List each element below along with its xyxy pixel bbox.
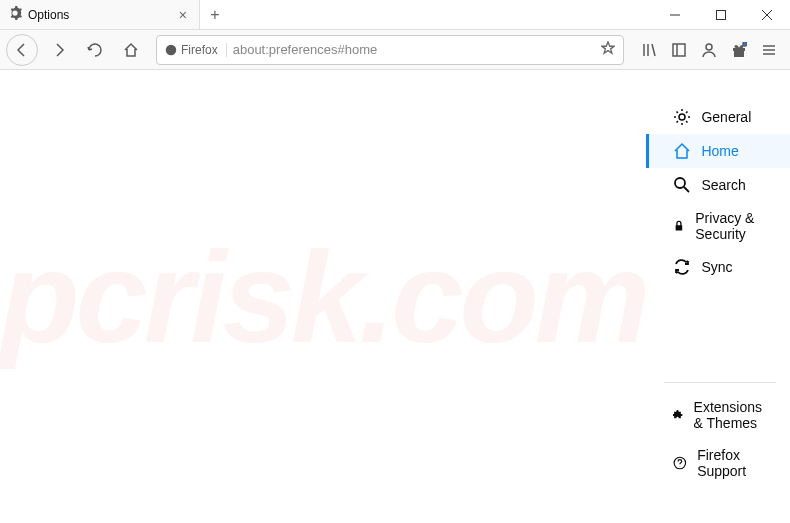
sync-icon [673, 258, 691, 276]
sidebar-item-label: General [701, 109, 751, 125]
svg-point-13 [675, 178, 685, 188]
firefox-icon [165, 44, 177, 56]
sidebar-item-label: Home [701, 143, 738, 159]
sidebar-item-sync[interactable]: Sync [646, 250, 790, 284]
sidebar-item-general[interactable]: General [646, 100, 790, 134]
menu-button[interactable] [754, 35, 784, 65]
minimize-button[interactable] [652, 0, 698, 29]
sidebar-button[interactable] [664, 35, 694, 65]
whats-new-button[interactable] [724, 35, 754, 65]
svg-point-7 [706, 44, 712, 50]
help-icon [673, 454, 687, 472]
url-text: about:preferences#home [233, 42, 378, 57]
identity-box[interactable]: Firefox [165, 43, 227, 57]
home-icon [673, 142, 691, 160]
svg-rect-1 [717, 10, 726, 19]
watermark: pcrisk.com [0, 70, 646, 523]
sidebar-item-label: Privacy & Security [695, 210, 770, 242]
sidebar-item-privacy[interactable]: Privacy & Security [646, 202, 790, 250]
svg-point-4 [166, 44, 177, 55]
close-window-button[interactable] [744, 0, 790, 29]
tab-title: Options [28, 8, 69, 22]
forward-button[interactable] [44, 35, 74, 65]
sidebar-item-home[interactable]: Home [646, 134, 790, 168]
sidebar-item-extensions[interactable]: Extensions & Themes [646, 391, 790, 439]
sidebar-item-label: Firefox Support [697, 447, 770, 479]
preferences-sidebar: General Home Search Privacy & Security S… [646, 70, 790, 523]
new-tab-button[interactable]: + [200, 0, 230, 29]
sidebar-item-label: Sync [701, 259, 732, 275]
search-icon [673, 176, 691, 194]
sidebar-item-search[interactable]: Search [646, 168, 790, 202]
window-controls [652, 0, 790, 29]
identity-label: Firefox [181, 43, 218, 57]
nav-toolbar: Firefox about:preferences#home [0, 30, 790, 70]
back-button[interactable] [6, 34, 38, 66]
svg-point-12 [679, 114, 685, 120]
sidebar-item-label: Extensions & Themes [694, 399, 770, 431]
lock-icon [673, 217, 685, 235]
reload-button[interactable] [80, 35, 110, 65]
sidebar-item-label: Search [701, 177, 745, 193]
svg-line-14 [684, 187, 689, 192]
bookmark-star-icon[interactable] [601, 41, 615, 59]
svg-point-8 [743, 42, 747, 46]
options-tab-icon [8, 6, 22, 23]
puzzle-icon [673, 406, 683, 424]
home-button[interactable] [116, 35, 146, 65]
library-button[interactable] [634, 35, 664, 65]
svg-rect-5 [673, 44, 685, 56]
gear-icon [673, 108, 691, 126]
maximize-button[interactable] [698, 0, 744, 29]
tab-close-button[interactable]: × [175, 7, 191, 23]
address-bar[interactable]: Firefox about:preferences#home [156, 35, 624, 65]
account-button[interactable] [694, 35, 724, 65]
sidebar-item-support[interactable]: Firefox Support [646, 439, 790, 487]
title-bar: Options × + [0, 0, 790, 30]
browser-tab[interactable]: Options × [0, 0, 200, 29]
